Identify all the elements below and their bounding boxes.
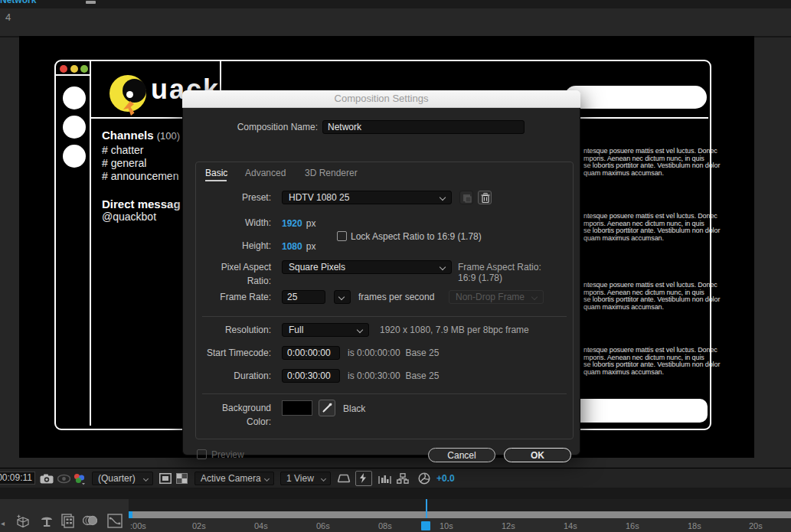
pixel-aspect-correction-icon[interactable] <box>337 474 351 483</box>
background-color-swatch[interactable] <box>282 400 312 416</box>
motion-blur-icon[interactable] <box>83 514 97 527</box>
time-ruler-tick: 08s <box>378 521 392 530</box>
pixel-aspect-label: Pixel Aspect Ratio: <box>196 260 271 288</box>
magnification-value: (Quarter) <box>98 473 136 484</box>
ok-button[interactable]: OK <box>504 448 571 462</box>
playhead-line[interactable] <box>426 499 427 518</box>
preset-dropdown[interactable]: HDTV 1080 25 <box>282 191 452 204</box>
mock-paragraph: ntesque posuere mattis est vel luctus. D… <box>583 347 720 377</box>
section-divider <box>202 393 567 394</box>
mock-rail-divider <box>90 61 91 426</box>
snapshot-camera-icon[interactable] <box>40 474 54 484</box>
magnification-dropdown[interactable]: (Quarter) <box>92 472 153 485</box>
traffic-light-green <box>80 65 88 73</box>
channels-count: (100) <box>157 130 180 142</box>
resolution-label: Resolution: <box>196 323 271 337</box>
dialog-titlebar[interactable]: Composition Settings <box>182 90 580 108</box>
preset-label: Preset: <box>196 191 271 204</box>
app-window: Network 4 uack Channels (100) <box>0 0 791 532</box>
composition-tab-label[interactable]: Network <box>0 0 36 5</box>
width-value-row: 1920px <box>282 216 315 230</box>
time-ruler-tick: 20s <box>749 521 763 530</box>
work-area-start-handle[interactable] <box>129 511 132 518</box>
drop-frame-dropdown: Non-Drop Frame <box>449 290 544 304</box>
traffic-light-red <box>60 65 67 73</box>
timeline-panel: ◂ <box>0 499 791 532</box>
width-value[interactable]: 1920 <box>282 218 302 229</box>
duck-eye <box>123 79 146 103</box>
delete-preset-button[interactable] <box>478 191 492 204</box>
section-divider <box>202 316 567 317</box>
height-label: Height: <box>196 239 271 253</box>
flowchart-icon[interactable] <box>397 473 409 484</box>
tab-basic-underline <box>205 180 227 181</box>
pixel-aspect-value: Square Pixels <box>289 262 345 273</box>
timeline-panel-icon[interactable] <box>378 473 391 484</box>
frame-rate-unit: frames per second <box>358 290 434 304</box>
pixel-aspect-dropdown[interactable]: Square Pixels <box>282 260 452 274</box>
mock-paragraph: ntesque posuere mattis est vel luctus. D… <box>583 148 720 178</box>
current-time-field[interactable]: 0:00:09:11 <box>0 472 35 485</box>
dm-heading: Direct messag <box>102 197 181 211</box>
view-count-dropdown[interactable]: 1 View <box>280 472 331 485</box>
resolution-info: 1920 x 1080, 7.9 MB per 8bpc frame <box>380 323 529 337</box>
channel-item: # chatter <box>102 144 143 156</box>
frame-rate-label: Frame Rate: <box>196 290 271 304</box>
fast-previews-button[interactable] <box>355 471 372 486</box>
duration-info: is 0:00:30:00 Base 25 <box>348 369 439 383</box>
show-channel-icon[interactable] <box>74 473 86 485</box>
tab-advanced[interactable]: Advanced <box>245 168 286 178</box>
timeline-expand-arrow[interactable]: ◂ <box>1 519 5 527</box>
lightning-icon <box>358 473 369 484</box>
eyedropper-icon <box>322 403 332 413</box>
channels-heading: Channels (100) <box>102 129 180 142</box>
viewer-toolbar: 0:00:09:11 (Quarter) <box>0 468 791 488</box>
duck-beak-icon <box>122 101 139 118</box>
height-value[interactable]: 1080 <box>282 241 302 252</box>
show-snapshot-icon[interactable] <box>57 474 70 484</box>
resolution-value: Full <box>289 325 303 335</box>
work-area-bar[interactable] <box>129 511 791 518</box>
eyedropper-button[interactable] <box>319 400 335 416</box>
exposure-value[interactable]: +0.0 <box>436 472 455 485</box>
frame-rate-dropdown-button[interactable] <box>334 290 351 304</box>
composition-name-input[interactable] <box>322 120 525 134</box>
timeline-ruler-track[interactable] <box>129 499 791 511</box>
panel-gap <box>0 488 791 499</box>
frame-rate-input[interactable] <box>282 290 325 304</box>
frame-aspect-value: 16:9 (1.78) <box>458 271 502 285</box>
playhead-handle[interactable] <box>421 521 430 530</box>
frame-blending-icon[interactable] <box>61 514 75 528</box>
cancel-button[interactable]: Cancel <box>428 448 495 462</box>
preset-value: HDTV 1080 25 <box>289 192 349 203</box>
channel-item: # announcemen <box>102 170 178 182</box>
composition-settings-dialog: Composition Settings Composition Name: B… <box>182 90 580 455</box>
lock-aspect-checkbox[interactable] <box>337 231 347 241</box>
time-ruler-tick: 04s <box>254 521 268 530</box>
shy-layers-icon[interactable] <box>40 514 54 527</box>
height-value-row: 1080px <box>282 239 315 253</box>
tab-basic[interactable]: Basic <box>205 168 227 178</box>
view-layout-dropdown[interactable]: Active Camera <box>194 472 274 485</box>
preview-checkbox[interactable] <box>197 449 207 459</box>
composition-name-label: Composition Name: <box>221 120 318 134</box>
width-label: Width: <box>196 216 271 230</box>
resolution-dropdown[interactable]: Full <box>282 323 369 337</box>
reset-exposure-icon[interactable] <box>418 472 430 485</box>
draft-3d-icon[interactable] <box>15 514 31 528</box>
height-unit: px <box>306 241 316 252</box>
background-color-label: Background Color: <box>196 401 271 429</box>
time-ruler-tick: :00s <box>130 521 146 530</box>
panel-header: 4 <box>0 8 791 38</box>
trash-icon <box>481 193 490 203</box>
save-preset-button[interactable] <box>459 191 473 204</box>
start-timecode-input[interactable] <box>282 346 340 360</box>
region-of-interest-icon[interactable] <box>159 473 172 484</box>
tab-3d-renderer[interactable]: 3D Renderer <box>305 168 358 178</box>
panel-menu-icon[interactable] <box>86 1 96 4</box>
dialog-body: Composition Name: Basic Advanced 3D Rend… <box>182 108 580 455</box>
transparency-grid-icon[interactable] <box>176 473 188 484</box>
graph-editor-icon[interactable] <box>107 514 123 528</box>
duration-input[interactable] <box>282 369 340 383</box>
duration-label: Duration: <box>196 369 271 383</box>
